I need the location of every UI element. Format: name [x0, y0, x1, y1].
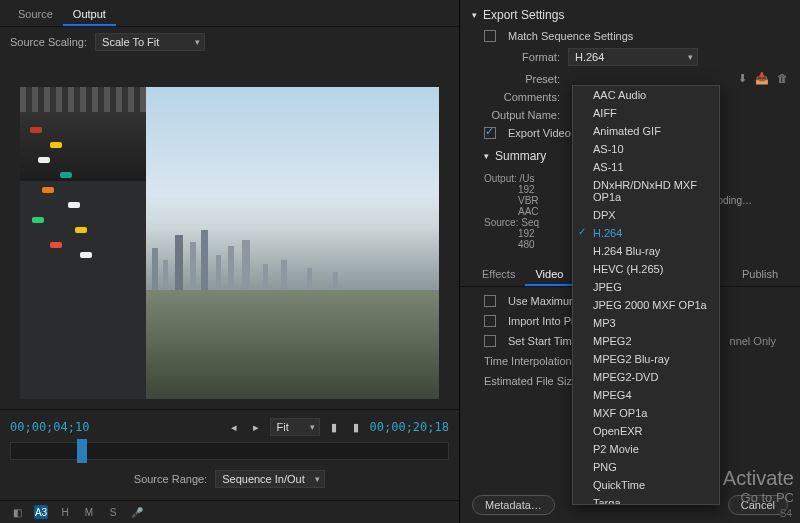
- format-option[interactable]: MXF OP1a: [573, 404, 719, 422]
- subtab-video[interactable]: Video: [525, 264, 573, 286]
- metadata-button[interactable]: Metadata…: [472, 495, 555, 515]
- source-scaling-select[interactable]: Scale To Fit ▾: [95, 33, 205, 51]
- format-option[interactable]: HEVC (H.265): [573, 260, 719, 278]
- format-option[interactable]: QuickTime: [573, 476, 719, 494]
- mic-icon[interactable]: 🎤: [130, 505, 144, 519]
- audio-track-badge[interactable]: A3: [34, 505, 48, 519]
- format-option[interactable]: AIFF: [573, 104, 719, 122]
- format-option[interactable]: MPEG2: [573, 332, 719, 350]
- format-option[interactable]: OpenEXR: [573, 422, 719, 440]
- start-tc-checkbox[interactable]: [484, 335, 496, 347]
- preview-viewport: [20, 87, 439, 399]
- format-option[interactable]: MPEG2-DVD: [573, 368, 719, 386]
- tab-source[interactable]: Source: [8, 4, 63, 26]
- format-option[interactable]: P2 Movie: [573, 440, 719, 458]
- tb-h[interactable]: H: [58, 505, 72, 519]
- preset-label: Preset:: [484, 73, 560, 85]
- source-range-label: Source Range:: [134, 473, 207, 485]
- marker-icon[interactable]: ◧: [10, 505, 24, 519]
- format-option[interactable]: MPEG2 Blu-ray: [573, 350, 719, 368]
- export-video-label: Export Video: [508, 127, 571, 139]
- preview-tabs: Source Output: [0, 0, 459, 27]
- export-settings-title: Export Settings: [483, 8, 564, 22]
- zoom-fit-select[interactable]: Fit▾: [270, 418, 320, 436]
- output-name-label: Output Name:: [484, 109, 560, 121]
- format-option[interactable]: Animated GIF: [573, 122, 719, 140]
- preset-save-icon[interactable]: ⬇: [738, 72, 747, 85]
- preset-delete-icon[interactable]: 🗑: [777, 72, 788, 85]
- timecode-in[interactable]: 00;00;04;10: [10, 420, 89, 434]
- format-option[interactable]: DPX: [573, 206, 719, 224]
- chevron-down-icon: ▾: [484, 151, 489, 161]
- max-render-checkbox[interactable]: [484, 295, 496, 307]
- tab-output[interactable]: Output: [63, 4, 116, 26]
- subtab-effects[interactable]: Effects: [472, 264, 525, 286]
- scrub-track[interactable]: [10, 442, 449, 460]
- match-sequence-checkbox[interactable]: [484, 30, 496, 42]
- format-dropdown[interactable]: AAC AudioAIFFAnimated GIFAS-10AS-11DNxHR…: [572, 85, 720, 505]
- format-option[interactable]: Targa: [573, 494, 719, 505]
- bottom-toolbar: ◧ A3 H M S 🎤: [0, 500, 459, 523]
- tb-s[interactable]: S: [106, 505, 120, 519]
- format-option[interactable]: JPEG 2000 MXF OP1a: [573, 296, 719, 314]
- format-select[interactable]: H.264▾: [568, 48, 698, 66]
- summary-label: Summary: [495, 149, 546, 163]
- mark-in-icon[interactable]: ▮: [326, 420, 342, 434]
- format-option[interactable]: AS-10: [573, 140, 719, 158]
- format-option[interactable]: JPEG: [573, 278, 719, 296]
- timeline: 00;00;04;10 ◂ ▸ Fit▾ ▮ ▮ 00;00;20;18 Sou…: [0, 409, 459, 500]
- import-project-checkbox[interactable]: [484, 315, 496, 327]
- source-range-select[interactable]: Sequence In/Out▾: [215, 470, 325, 488]
- format-option[interactable]: MPEG4: [573, 386, 719, 404]
- step-fwd-icon[interactable]: ▸: [248, 420, 264, 434]
- source-scaling-label: Source Scaling:: [10, 36, 87, 48]
- format-option[interactable]: AS-11: [573, 158, 719, 176]
- format-option[interactable]: MP3: [573, 314, 719, 332]
- format-option[interactable]: DNxHR/DNxHD MXF OP1a: [573, 176, 719, 206]
- comments-label: Comments:: [484, 91, 560, 103]
- sfx-label: -S4: [776, 508, 792, 519]
- format-option[interactable]: PNG: [573, 458, 719, 476]
- step-back-icon[interactable]: ◂: [226, 420, 242, 434]
- chevron-down-icon: ▾: [195, 37, 200, 47]
- format-label: Format:: [484, 51, 560, 63]
- preset-import-icon[interactable]: 📥: [755, 72, 769, 85]
- format-option[interactable]: H.264: [573, 224, 719, 242]
- tb-m[interactable]: M: [82, 505, 96, 519]
- format-option[interactable]: H.264 Blu-ray: [573, 242, 719, 260]
- channel-only-text: nnel Only: [730, 335, 776, 347]
- subtab-publish[interactable]: Publish: [732, 264, 788, 286]
- playhead[interactable]: [77, 439, 87, 463]
- match-sequence-label: Match Sequence Settings: [508, 30, 633, 42]
- format-option[interactable]: AAC Audio: [573, 86, 719, 104]
- export-settings-header[interactable]: ▾ Export Settings: [460, 0, 800, 30]
- timecode-out[interactable]: 00;00;20;18: [370, 420, 449, 434]
- export-video-checkbox[interactable]: [484, 127, 496, 139]
- source-scaling-value: Scale To Fit: [102, 36, 159, 48]
- mark-out-icon[interactable]: ▮: [348, 420, 364, 434]
- chevron-down-icon: ▾: [472, 10, 477, 20]
